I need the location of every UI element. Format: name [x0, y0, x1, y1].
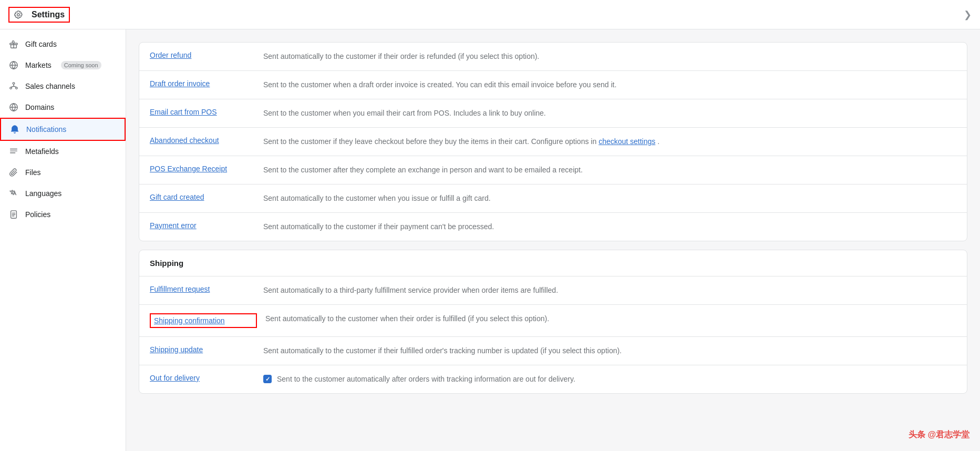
pos-exchange-link[interactable]: POS Exchange Receipt [150, 165, 255, 173]
document-icon [8, 209, 19, 220]
sidebar-item-files[interactable]: Files [0, 162, 126, 183]
content-area: Order refund Sent automatically to the c… [126, 29, 980, 451]
abandoned-checkout-link[interactable]: Abandoned checkout [150, 136, 255, 145]
notification-row-email-cart: Email cart from POS Sent to the customer… [139, 99, 967, 128]
main-layout: Gift cards Markets Coming soon [0, 29, 980, 451]
shipping-row-update: Shipping update Sent automatically to th… [139, 337, 967, 365]
shipping-confirmation-border: Shipping confirmation [150, 313, 257, 328]
settings-icon [14, 10, 23, 19]
draft-order-desc: Sent to the customer when a draft order … [263, 79, 956, 90]
sidebar-label-metafields: Metafields [25, 147, 59, 156]
gift-card-desc: Sent automatically to the customer when … [263, 193, 956, 204]
sidebar: Gift cards Markets Coming soon [0, 29, 126, 451]
shipping-update-desc: Sent automatically to the customer if th… [263, 345, 956, 356]
shipping-confirmation-desc: Sent automatically to the customer when … [265, 313, 956, 324]
top-bar: Settings ❯ [0, 0, 980, 29]
sidebar-item-metafields[interactable]: Metafields [0, 141, 126, 162]
sidebar-label-policies: Policies [25, 210, 50, 219]
text-icon [8, 146, 19, 157]
app-wrapper: Settings ❯ Gift cards [0, 0, 980, 451]
globe-icon [8, 60, 19, 70]
sidebar-item-markets[interactable]: Markets Coming soon [0, 55, 126, 76]
sidebar-label-gift-cards: Gift cards [25, 40, 57, 48]
sidebar-label-domains: Domains [25, 103, 54, 111]
shipping-confirmation-link[interactable]: Shipping confirmation [151, 314, 256, 327]
sidebar-label-notifications: Notifications [26, 125, 66, 134]
shipping-card: Shipping Fulfillment request Sent automa… [139, 250, 967, 394]
shipping-section-title: Shipping [139, 250, 967, 276]
out-for-delivery-desc: Sent to the customer automatically after… [277, 374, 956, 385]
gift-icon [8, 39, 19, 49]
notification-row-pos-exchange: POS Exchange Receipt Sent to the custome… [139, 156, 967, 184]
pos-exchange-desc: Sent to the customer after they complete… [263, 165, 956, 176]
watermark: 头条 @君志学堂 [909, 429, 969, 440]
email-cart-desc: Sent to the customer when you email thei… [263, 108, 956, 119]
sidebar-label-sales-channels: Sales channels [25, 82, 75, 90]
notification-row-order-refund: Order refund Sent automatically to the c… [139, 43, 967, 71]
svg-point-4 [13, 83, 15, 85]
notification-row-abandoned-checkout: Abandoned checkout Sent to the customer … [139, 128, 967, 156]
sidebar-item-gift-cards[interactable]: Gift cards [0, 34, 126, 55]
order-refund-desc: Sent automatically to the customer if th… [263, 51, 956, 62]
notification-row-gift-card: Gift card created Sent automatically to … [139, 184, 967, 213]
checkout-settings-link[interactable]: checkout settings [599, 137, 655, 146]
chevron-right-icon: ❯ [964, 9, 972, 20]
settings-title-border: Settings [8, 7, 70, 23]
customer-notifications-card: Order refund Sent automatically to the c… [139, 42, 967, 241]
order-refund-link[interactable]: Order refund [150, 51, 255, 59]
sidebar-item-domains[interactable]: Domains [0, 97, 126, 118]
draft-order-link[interactable]: Draft order invoice [150, 79, 255, 88]
sidebar-item-languages[interactable]: Languages [0, 183, 126, 204]
sidebar-item-notifications[interactable]: Notifications [0, 118, 126, 141]
svg-point-6 [16, 87, 18, 89]
out-for-delivery-link[interactable]: Out for delivery [150, 374, 255, 382]
notification-row-draft-order: Draft order invoice Sent to the customer… [139, 71, 967, 99]
notification-row-payment-error: Payment error Sent automatically to the … [139, 213, 967, 241]
sidebar-item-sales-channels[interactable]: Sales channels [0, 76, 126, 97]
fulfillment-request-desc: Sent automatically to a third-party fulf… [263, 285, 956, 296]
sidebar-label-markets: Markets [25, 61, 51, 69]
gift-card-link[interactable]: Gift card created [150, 193, 255, 201]
out-for-delivery-checkbox[interactable] [263, 375, 272, 383]
abandoned-checkout-desc: Sent to the customer if they leave check… [263, 136, 956, 147]
translate-icon [8, 188, 19, 199]
globe2-icon [8, 102, 19, 112]
coming-soon-badge: Coming soon [61, 61, 101, 69]
shipping-update-link[interactable]: Shipping update [150, 345, 255, 354]
shipping-row-fulfillment: Fulfillment request Sent automatically t… [139, 276, 967, 305]
payment-error-link[interactable]: Payment error [150, 221, 255, 230]
network-icon [8, 81, 19, 91]
shipping-row-out-for-delivery: Out for delivery Sent to the customer au… [139, 365, 967, 393]
page-title: Settings [32, 10, 65, 19]
email-cart-link[interactable]: Email cart from POS [150, 108, 255, 116]
payment-error-desc: Sent automatically to the customer if th… [263, 221, 956, 232]
bell-icon [9, 124, 20, 135]
fulfillment-request-link[interactable]: Fulfillment request [150, 285, 255, 293]
svg-point-5 [10, 87, 12, 89]
sidebar-label-files: Files [25, 168, 41, 177]
shipping-row-confirmation: Shipping confirmation Sent automatically… [139, 305, 967, 337]
sidebar-label-languages: Languages [25, 189, 61, 198]
svg-point-0 [17, 13, 20, 16]
paperclip-icon [8, 167, 19, 178]
sidebar-item-policies[interactable]: Policies [0, 204, 126, 225]
